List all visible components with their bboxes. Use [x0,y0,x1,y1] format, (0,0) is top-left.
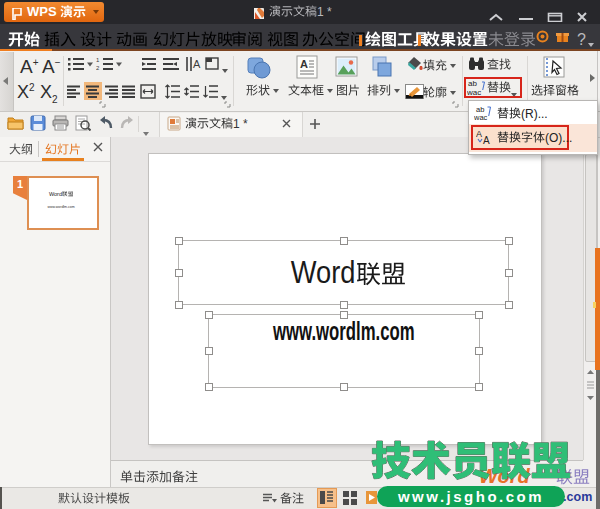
svg-text:A: A [193,58,201,70]
svg-text:wac: wac [474,113,488,121]
svg-text:A: A [300,58,308,70]
svg-text:A: A [483,135,490,145]
svg-text:1: 1 [96,57,100,63]
svg-text:A: A [476,129,482,139]
svg-text:2: 2 [96,65,100,71]
